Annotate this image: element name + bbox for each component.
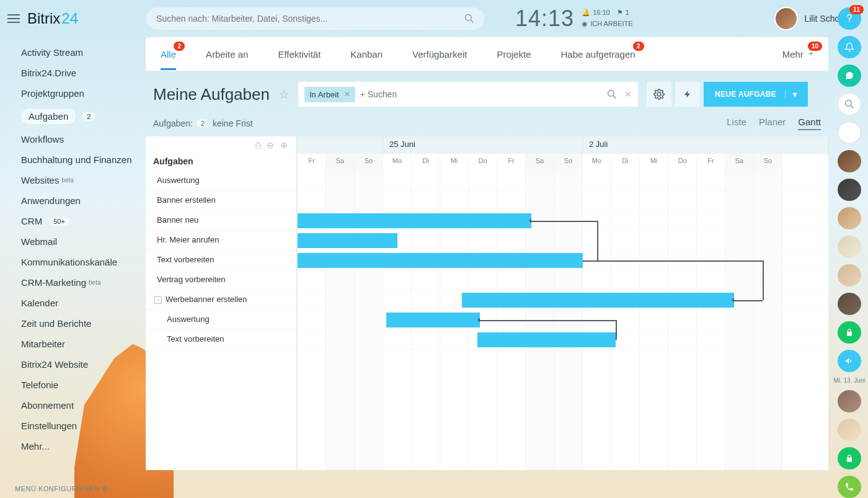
sidebar-item-label: Kalender <box>21 298 58 308</box>
day-header: So <box>355 154 383 171</box>
zoom-out-icon[interactable]: ⊖ <box>267 140 274 150</box>
contact-avatar-5[interactable] <box>838 236 861 258</box>
contact-avatar-8[interactable] <box>838 390 861 412</box>
new-task-button[interactable]: NEUE AUFGABE ▾ <box>704 82 808 107</box>
contact-avatar-3[interactable] <box>838 179 861 201</box>
sidebar-item-2[interactable]: Projektgruppen <box>0 83 146 104</box>
filter-box[interactable]: In Arbeit✕ ✕ <box>298 82 638 107</box>
user-avatar[interactable] <box>774 7 798 30</box>
sidebar-item-3[interactable]: Aufgaben2 <box>0 104 146 129</box>
tab-3[interactable]: Kanban <box>350 49 383 60</box>
global-search-input[interactable] <box>156 14 464 24</box>
day-header: Do <box>469 154 497 171</box>
menu-icon[interactable] <box>7 14 20 23</box>
sidebar-item-12[interactable]: Kalender <box>0 293 146 313</box>
contact-avatar-7[interactable] <box>838 293 861 315</box>
task-row[interactable]: Banner erstellen <box>146 191 296 211</box>
contact-avatar-9[interactable] <box>838 419 861 441</box>
sidebar-item-18[interactable]: Einstellungen <box>0 416 146 436</box>
gantt-bar[interactable] <box>477 332 616 347</box>
lock-button-1[interactable] <box>838 321 861 344</box>
chat-button[interactable] <box>838 64 861 87</box>
sidebar-item-label: Workflows <box>21 134 64 145</box>
subbar: Aufgaben: 2 keine Frist Liste Planer Gan… <box>146 114 828 136</box>
sidebar-item-label: Buchhaltung und Finanzen <box>21 154 131 165</box>
clock-time: 14:13 <box>515 6 574 32</box>
bolt-button[interactable] <box>675 82 700 107</box>
chevron-down-icon[interactable]: ▾ <box>785 90 797 99</box>
sidebar-item-15[interactable]: Bitrix24 Website <box>0 354 146 375</box>
task-row[interactable]: Auswertung <box>146 310 296 330</box>
sidebar-item-8[interactable]: CRM50+ <box>0 211 146 231</box>
view-list[interactable]: Liste <box>727 117 746 130</box>
sidebar-item-6[interactable]: Websitesbeta <box>0 170 146 190</box>
sidebar-item-14[interactable]: Mitarbeiter <box>0 334 146 354</box>
zoom-in-icon[interactable]: ⊕ <box>280 140 288 150</box>
gantt-bar[interactable] <box>298 233 397 248</box>
settings-button[interactable] <box>647 82 671 107</box>
clock-block[interactable]: 14:13 🔔16:10 ⚑1 ◉ICH ARBEITE <box>515 6 633 32</box>
contact-avatar-2[interactable] <box>838 150 861 172</box>
right-sidebar: ?11 Mi. 13. Juni <box>831 0 868 498</box>
sidebar-item-17[interactable]: Abonnement <box>0 395 146 416</box>
search-icon[interactable] <box>607 89 617 99</box>
global-search[interactable] <box>146 7 484 30</box>
chat-icon <box>844 71 854 81</box>
megaphone-button[interactable] <box>838 350 861 372</box>
gantt-bar[interactable] <box>386 313 480 327</box>
tab-1[interactable]: Arbeite an <box>206 49 248 60</box>
tab-2[interactable]: Effektivität <box>278 49 321 60</box>
contact-avatar-4[interactable] <box>838 207 861 229</box>
task-row[interactable]: Text vorbereiten <box>146 251 296 270</box>
view-planner[interactable]: Planer <box>759 117 786 130</box>
tab-0[interactable]: Alle2 <box>161 49 176 60</box>
task-row[interactable]: Banner neu <box>146 211 296 231</box>
task-row[interactable]: −Werbebanner erstellen <box>146 290 296 310</box>
tab-6[interactable]: Habe aufgetragen2 <box>560 49 635 60</box>
sidebar-item-0[interactable]: Activity Stream <box>0 42 146 63</box>
contact-avatar-1[interactable] <box>838 122 861 144</box>
brand-suffix: 24 <box>61 10 78 27</box>
collapse-icon[interactable]: − <box>154 296 162 304</box>
sidebar-item-7[interactable]: Anwendungen <box>0 190 146 211</box>
magnifier-button[interactable] <box>838 93 861 115</box>
tab-5[interactable]: Projekte <box>497 49 531 60</box>
gantt-bar[interactable] <box>298 213 531 228</box>
sidebar-item-1[interactable]: Bitrix24.Drive <box>0 63 146 83</box>
phone-icon <box>844 482 854 492</box>
brand-logo[interactable]: Bitrix24 <box>27 10 78 27</box>
sidebar-item-10[interactable]: Kommunikationskanäle <box>0 252 146 272</box>
print-icon[interactable]: ⎙ <box>255 140 260 150</box>
sidebar-item-4[interactable]: Workflows <box>0 129 146 149</box>
contact-avatar-6[interactable] <box>838 264 861 287</box>
chip-close-icon[interactable]: ✕ <box>344 90 350 99</box>
clock-flag-count: 1 <box>626 7 629 19</box>
task-row[interactable]: Auswertung <box>146 171 296 191</box>
task-row[interactable]: Hr. Meier anrufen <box>146 231 296 251</box>
lock-button-2[interactable] <box>838 447 861 469</box>
clock-status: ICH ARBEITE <box>590 19 632 30</box>
filter-input[interactable] <box>360 89 602 99</box>
sidebar-item-13[interactable]: Zeit und Berichte <box>0 313 146 334</box>
sidebar-item-19[interactable]: Mehr... <box>0 436 146 456</box>
view-gantt[interactable]: Gantt <box>798 117 821 130</box>
sidebar-item-9[interactable]: Webmail <box>0 231 146 252</box>
tab-4[interactable]: Verfügbarkeit <box>412 49 467 60</box>
gantt-bar[interactable] <box>298 253 583 268</box>
view-switcher: Liste Planer Gantt <box>727 117 821 130</box>
day-header: Di <box>412 154 440 171</box>
sidebar-item-16[interactable]: Telefonie <box>0 375 146 395</box>
day-header: Mi <box>440 154 469 171</box>
task-row[interactable]: Vertrag vorbereiten <box>146 270 296 290</box>
notifications-button[interactable] <box>838 36 861 58</box>
svg-line-3 <box>613 96 616 98</box>
task-row[interactable]: Text vorbereiten <box>146 330 296 350</box>
gantt-bar[interactable] <box>462 293 734 308</box>
help-button[interactable]: ?11 <box>838 7 861 30</box>
sidebar-item-11[interactable]: CRM-Marketingbeta <box>0 272 146 293</box>
star-icon[interactable]: ☆ <box>278 87 290 102</box>
filter-close-icon[interactable]: ✕ <box>624 89 632 99</box>
sidebar-item-5[interactable]: Buchhaltung und Finanzen <box>0 149 146 170</box>
tab-more[interactable]: Mehr 10 <box>782 49 813 60</box>
phone-button[interactable] <box>838 476 861 498</box>
